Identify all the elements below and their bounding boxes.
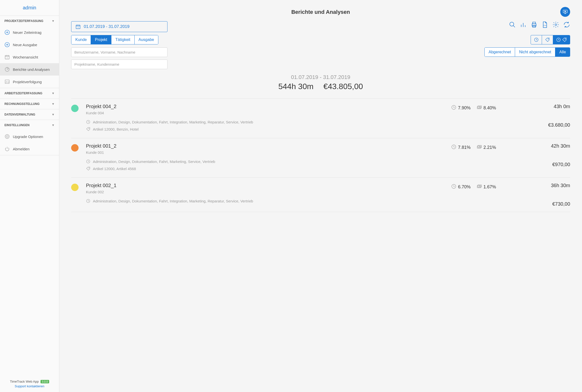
nav-item-wochenansicht[interactable]: 1 Wochenansicht <box>0 51 59 63</box>
chevron-down-icon: ▼ <box>52 113 55 116</box>
svg-point-38 <box>555 24 557 26</box>
nav-section-title: ARBEITSZEITERFASSUNG <box>5 92 42 95</box>
plus-circle-icon <box>5 30 10 35</box>
summary: 01.07.2019 - 31.07.2019 544h 30m €43.805… <box>71 74 570 91</box>
project-expenses: Artikel 12000, Benzin, Hotel <box>86 126 448 133</box>
sidebar-user[interactable]: admin <box>0 0 59 16</box>
upgrade-icon <box>5 134 10 139</box>
nav-item-neue-ausgabe[interactable]: Neue Ausgabe <box>0 38 59 51</box>
nav-section-projektzeit: PROJEKTZEITERFASSUNG ▼ Neuer Zeiteintrag… <box>0 16 59 88</box>
bar-chart-icon <box>520 21 527 28</box>
svg-point-42 <box>565 38 566 39</box>
sidebar: admin PROJEKTZEITERFASSUNG ▼ Neuer Zeite… <box>0 0 59 392</box>
nav-section-arbeitszeit: ARBEITSZEITERFASSUNG ▼ <box>0 88 59 99</box>
group-by-tabs: Kunde Projekt Tätigkeit Ausgabe <box>71 35 158 44</box>
refresh-button[interactable] <box>563 21 570 28</box>
gear-icon <box>552 21 559 28</box>
clock-icon <box>86 198 90 205</box>
tab-nicht-abgerechnet[interactable]: Nicht abgerechnet <box>515 48 555 56</box>
project-row[interactable]: Projekt 002_1 Kunde 002 Administration, … <box>71 178 570 212</box>
project-client: Kunde 001 <box>86 150 448 154</box>
svg-point-29 <box>510 22 514 26</box>
project-percentages: 7.90% 8.40% <box>451 104 530 111</box>
chevron-down-icon: ▼ <box>52 102 55 106</box>
export-csv-button[interactable]: CSV <box>541 21 548 28</box>
video-help-button[interactable] <box>560 7 570 17</box>
tag-icon <box>545 37 550 42</box>
svg-point-44 <box>89 128 89 128</box>
calendar-icon: 1 <box>5 54 10 60</box>
chevron-down-icon: ▼ <box>52 19 55 23</box>
project-list: Projekt 004_2 Kunde 004 Administration, … <box>71 98 570 212</box>
nav-section-header-projektzeit[interactable]: PROJEKTZEITERFASSUNG ▼ <box>0 16 59 26</box>
project-name: Projekt 004_2 <box>86 104 448 109</box>
svg-point-54 <box>479 146 480 147</box>
version-badge: 3.0.0 <box>41 380 49 383</box>
project-row[interactable]: Projekt 001_2 Kunde 001 Administration, … <box>71 138 570 178</box>
nav-item-abmelden[interactable]: Abmelden <box>0 143 59 155</box>
tab-kunde[interactable]: Kunde <box>71 35 91 44</box>
svg-point-50 <box>89 167 89 168</box>
nav-section-title: PROJEKTZEITERFASSUNG <box>5 19 43 23</box>
tab-taetigkeit[interactable]: Tätigkeit <box>111 35 134 44</box>
tag-icon <box>562 37 567 42</box>
nav-label: Neuer Zeiteintrag <box>13 30 42 34</box>
project-client: Kunde 004 <box>86 111 448 115</box>
mode-time[interactable] <box>531 35 542 44</box>
tab-abgerechnet[interactable]: Abgerechnet <box>485 48 515 56</box>
date-range-value: 01.07.2019 - 31.07.2019 <box>84 24 130 29</box>
project-activities: Administration, Design, Dokumentation, F… <box>86 119 448 126</box>
project-expenses: Artikel 12000, Artikel 4568 <box>86 166 448 173</box>
mode-both[interactable] <box>553 35 570 44</box>
cost-percent: 2.21% <box>483 145 496 150</box>
nav-item-neuer-zeiteintrag[interactable]: Neuer Zeiteintrag <box>0 26 59 38</box>
project-row[interactable]: Projekt 004_2 Kunde 004 Administration, … <box>71 99 570 138</box>
nav-label: Abmelden <box>13 147 30 151</box>
nav-label: Neue Ausgabe <box>13 43 37 47</box>
nav-label: Upgrade Optionen <box>13 134 43 139</box>
settings-button[interactable] <box>552 21 559 28</box>
plus-circle-icon <box>5 42 10 48</box>
csv-file-icon: CSV <box>541 21 548 28</box>
svg-text:1: 1 <box>7 56 8 59</box>
svg-text:1: 1 <box>78 26 79 28</box>
svg-rect-36 <box>532 26 535 28</box>
support-link[interactable]: Support kontaktieren <box>4 384 55 388</box>
project-color-dot <box>71 144 79 152</box>
nav-section-title: EINSTELLUNGEN <box>5 124 30 127</box>
clock-icon <box>451 184 456 190</box>
display-mode-tabs <box>531 35 570 44</box>
time-percent: 6.70% <box>458 184 471 190</box>
page-title: Berichte und Analysen <box>71 9 570 15</box>
project-activities: Administration, Design, Dokumentation, F… <box>86 158 448 166</box>
nav-section-header-rechnung[interactable]: RECHNUNGSSTELLUNG ▼ <box>0 99 59 109</box>
nav-section-daten: DATENVERWALTUNG ▼ <box>0 109 59 120</box>
mode-cost[interactable] <box>542 35 553 44</box>
svg-marker-23 <box>565 10 566 12</box>
summary-hours: 544h 30m <box>278 82 313 91</box>
chart-button[interactable] <box>520 21 527 28</box>
project-hours: 42h 30m <box>533 143 570 149</box>
nav-item-berichte[interactable]: Berichte und Analysen <box>0 63 59 76</box>
tab-projekt[interactable]: Projekt <box>91 35 111 44</box>
tab-alle[interactable]: Alle <box>555 48 570 56</box>
project-hours: 43h 0m <box>533 104 570 109</box>
chevron-down-icon: ▼ <box>52 124 55 127</box>
nav-section-header-arbeitszeit[interactable]: ARBEITSZEITERFASSUNG ▼ <box>0 88 59 98</box>
date-range-picker[interactable]: 1 01.07.2019 - 31.07.2019 <box>71 21 168 32</box>
search-button[interactable] <box>509 21 516 28</box>
billing-tabs: Abgerechnet Nicht abgerechnet Alle <box>484 48 570 57</box>
nav-section-header-daten[interactable]: DATENVERWALTUNG ▼ <box>0 109 59 120</box>
user-filter-input[interactable] <box>71 48 168 57</box>
svg-point-59 <box>479 186 480 186</box>
print-button[interactable] <box>531 21 537 28</box>
project-filter-input[interactable] <box>71 60 168 69</box>
nav-section-header-einstellungen[interactable]: EINSTELLUNGEN ▼ <box>0 120 59 130</box>
tab-ausgabe[interactable]: Ausgabe <box>135 35 158 44</box>
nav-item-upgrade[interactable]: Upgrade Optionen <box>0 130 59 143</box>
money-icon <box>476 105 482 111</box>
clock-icon <box>556 37 561 42</box>
icon-toolbar: CSV <box>509 21 570 28</box>
nav-item-projektverfolgung[interactable]: Projektverfolgung <box>0 76 59 88</box>
sidebar-footer: TimeTrack Web App 3.0.0 Support kontakti… <box>0 376 59 392</box>
